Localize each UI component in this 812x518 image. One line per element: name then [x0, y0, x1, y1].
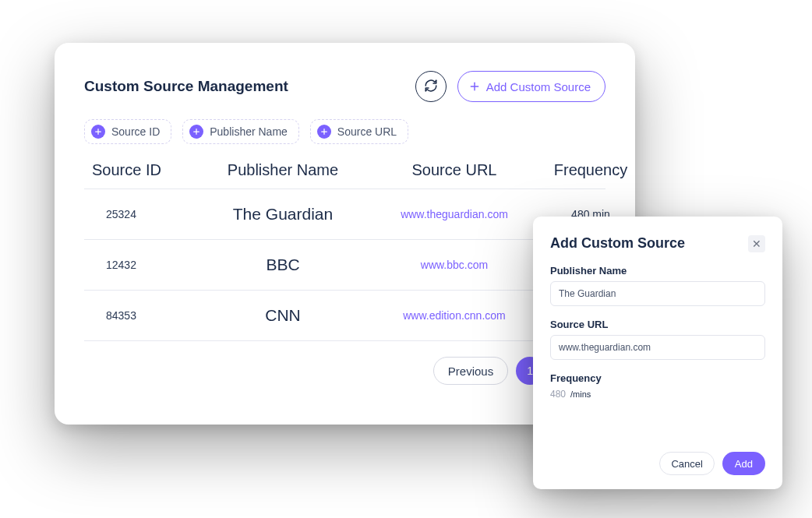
frequency-row: 480 /mins [550, 389, 765, 400]
modal-header: Add Custom Source ✕ [550, 235, 765, 252]
filter-chips: Source ID Publisher Name Source URL [84, 119, 605, 144]
cell-source-url: www.edition.cnn.com [365, 309, 544, 322]
chip-label: Publisher Name [210, 125, 288, 138]
pagination: Previous 1 Next [84, 357, 605, 385]
publisher-name-input[interactable] [550, 281, 765, 306]
filter-chip-source-url[interactable]: Source URL [310, 119, 408, 144]
refresh-icon [424, 79, 438, 95]
filter-chip-source-id[interactable]: Source ID [84, 119, 171, 144]
modal-footer: Cancel Add [550, 452, 765, 475]
cell-source-id: 12432 [92, 259, 201, 271]
filter-chip-publisher-name[interactable]: Publisher Name [182, 119, 299, 144]
plus-icon [189, 125, 203, 139]
refresh-button[interactable] [415, 71, 447, 102]
frequency-value[interactable]: 480 [550, 389, 566, 400]
cell-source-url: www.bbc.com [365, 259, 544, 271]
source-url-label: Source URL [550, 319, 765, 330]
plus-icon [469, 81, 480, 92]
column-header-source-url: Source URL [365, 161, 544, 179]
cancel-button[interactable]: Cancel [659, 452, 714, 475]
close-icon: ✕ [752, 238, 761, 249]
frequency-label: Frequency [550, 372, 765, 384]
frequency-unit: /mins [570, 389, 591, 399]
header-actions: Add Custom Source [415, 71, 605, 102]
table-header: Source ID Publisher Name Source URL Freq… [84, 150, 605, 189]
column-header-frequency: Frequency [544, 161, 637, 179]
publisher-name-label: Publisher Name [550, 265, 765, 277]
plus-icon [91, 125, 105, 139]
cell-source-id: 25324 [92, 208, 201, 220]
modal-title: Add Custom Source [550, 235, 685, 252]
close-button[interactable]: ✕ [748, 235, 765, 252]
table-row[interactable]: 25324 The Guardian www.theguardian.com 4… [84, 189, 605, 240]
column-header-source-id: Source ID [92, 161, 201, 179]
add-custom-source-modal: Add Custom Source ✕ Publisher Name Sourc… [533, 217, 782, 489]
cell-publisher-name: CNN [201, 306, 365, 325]
add-custom-source-button[interactable]: Add Custom Source [457, 71, 605, 102]
cell-source-id: 84353 [92, 309, 201, 322]
plus-icon [317, 125, 331, 139]
source-url-input[interactable] [550, 335, 765, 360]
cell-source-url: www.theguardian.com [365, 208, 544, 220]
table-row[interactable]: 12432 BBC www.bbc.com [84, 240, 605, 291]
table-row[interactable]: 84353 CNN www.edition.cnn.com [84, 291, 605, 341]
form-group-frequency: Frequency 480 /mins [550, 372, 765, 400]
cell-publisher-name: The Guardian [201, 205, 365, 224]
add-button-label: Add Custom Source [486, 80, 591, 93]
add-button[interactable]: Add [722, 452, 765, 475]
previous-button[interactable]: Previous [433, 357, 508, 385]
cell-publisher-name: BBC [201, 255, 365, 274]
chip-label: Source URL [337, 125, 397, 138]
column-header-publisher: Publisher Name [201, 161, 365, 179]
sources-table: Source ID Publisher Name Source URL Freq… [84, 150, 605, 341]
form-group-publisher: Publisher Name [550, 265, 765, 306]
form-group-url: Source URL [550, 319, 765, 360]
page-title: Custom Source Management [84, 78, 288, 95]
chip-label: Source ID [111, 125, 160, 138]
card-header: Custom Source Management [84, 71, 605, 102]
